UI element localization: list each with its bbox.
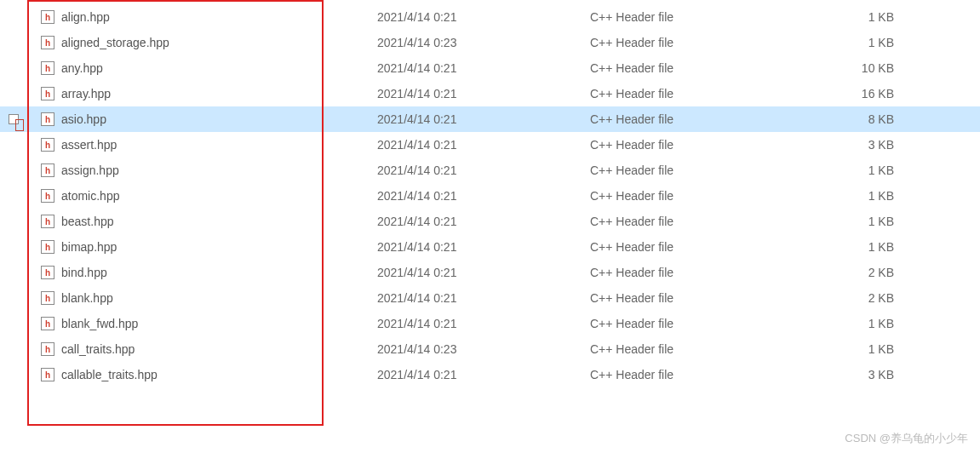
file-name: callable_traits.hpp — [61, 368, 158, 381]
file-size: 16 KB — [807, 87, 901, 100]
file-name: call_traits.hpp — [61, 342, 135, 356]
file-date: 2021/4/14 0:21 — [377, 215, 590, 228]
file-type: C++ Header file — [590, 291, 807, 305]
file-name: any.hpp — [61, 61, 103, 75]
file-row[interactable]: hblank.hpp2021/4/14 0:21C++ Header file2… — [0, 285, 980, 311]
header-file-icon: h — [41, 317, 54, 330]
file-name-cell[interactable]: hcall_traits.hpp — [41, 342, 377, 356]
file-row[interactable]: haligned_storage.hpp2021/4/14 0:23C++ He… — [0, 30, 980, 55]
file-row[interactable]: hany.hpp2021/4/14 0:21C++ Header file10 … — [0, 55, 980, 81]
file-date: 2021/4/14 0:21 — [377, 138, 590, 152]
file-row[interactable]: hbind.hpp2021/4/14 0:21C++ Header file2 … — [0, 260, 980, 285]
file-name-cell[interactable]: hasio.hpp — [41, 112, 377, 126]
file-size: 10 KB — [807, 61, 901, 75]
file-name: blank.hpp — [61, 291, 113, 305]
file-size: 1 KB — [807, 342, 901, 356]
file-name: array.hpp — [61, 87, 111, 100]
file-type: C++ Header file — [590, 87, 807, 100]
file-name: align.hpp — [61, 10, 110, 24]
file-name-cell[interactable]: hassign.hpp — [41, 163, 377, 177]
header-file-icon: h — [41, 189, 54, 203]
file-name: assign.hpp — [61, 163, 119, 177]
file-type: C++ Header file — [590, 266, 807, 279]
header-file-icon: h — [41, 163, 54, 177]
header-file-icon: h — [41, 215, 54, 228]
file-name-cell[interactable]: hblank.hpp — [41, 291, 377, 305]
header-file-icon: h — [41, 36, 54, 49]
file-name-cell[interactable]: hbeast.hpp — [41, 215, 377, 228]
header-file-icon: h — [41, 138, 54, 152]
file-date: 2021/4/14 0:21 — [377, 112, 590, 126]
file-type: C++ Header file — [590, 138, 807, 152]
file-row[interactable]: hbeast.hpp2021/4/14 0:21C++ Header file1… — [0, 209, 980, 234]
file-type: C++ Header file — [590, 112, 807, 126]
file-date: 2021/4/14 0:21 — [377, 317, 590, 330]
file-name-cell[interactable]: harray.hpp — [41, 87, 377, 100]
file-name: bimap.hpp — [61, 240, 117, 254]
file-type: C++ Header file — [590, 240, 807, 254]
file-row[interactable]: hcallable_traits.hpp2021/4/14 0:21C++ He… — [0, 362, 980, 387]
header-file-icon: h — [41, 87, 54, 100]
header-file-icon: h — [41, 240, 54, 254]
file-name-cell[interactable]: hbind.hpp — [41, 266, 377, 279]
file-date: 2021/4/14 0:21 — [377, 10, 590, 24]
file-date: 2021/4/14 0:21 — [377, 240, 590, 254]
file-name: aligned_storage.hpp — [61, 36, 169, 49]
header-file-icon: h — [41, 112, 54, 126]
file-type: C++ Header file — [590, 342, 807, 356]
file-size: 1 KB — [807, 317, 901, 330]
file-name: asio.hpp — [61, 112, 106, 126]
file-date: 2021/4/14 0:23 — [377, 342, 590, 356]
file-name: beast.hpp — [61, 215, 114, 228]
file-row[interactable]: halign.hpp2021/4/14 0:21C++ Header file1… — [0, 4, 980, 30]
header-file-icon: h — [41, 61, 54, 75]
file-size: 3 KB — [807, 368, 901, 381]
checkbox-area — [0, 114, 19, 124]
file-type: C++ Header file — [590, 163, 807, 177]
header-file-icon: h — [41, 342, 54, 356]
file-size: 1 KB — [807, 10, 901, 24]
file-row[interactable]: hassert.hpp2021/4/14 0:21C++ Header file… — [0, 132, 980, 158]
file-name: atomic.hpp — [61, 189, 119, 203]
file-row[interactable]: hasio.hpp2021/4/14 0:21C++ Header file8 … — [0, 106, 980, 132]
header-file-icon: h — [41, 291, 54, 305]
file-name-cell[interactable]: haligned_storage.hpp — [41, 36, 377, 49]
file-list: halign.hpp2021/4/14 0:21C++ Header file1… — [0, 0, 980, 387]
watermark-text: CSDN @养乌龟的小少年 — [845, 431, 968, 446]
file-name-cell[interactable]: hbimap.hpp — [41, 240, 377, 254]
file-name-cell[interactable]: hblank_fwd.hpp — [41, 317, 377, 330]
file-row[interactable]: hbimap.hpp2021/4/14 0:21C++ Header file1… — [0, 234, 980, 260]
file-name-cell[interactable]: hany.hpp — [41, 61, 377, 75]
header-file-icon: h — [41, 266, 54, 279]
file-size: 8 KB — [807, 112, 901, 126]
file-date: 2021/4/14 0:21 — [377, 266, 590, 279]
file-name-cell[interactable]: hassert.hpp — [41, 138, 377, 152]
file-row[interactable]: hassign.hpp2021/4/14 0:21C++ Header file… — [0, 158, 980, 183]
checkbox[interactable] — [9, 114, 19, 124]
file-name: assert.hpp — [61, 138, 117, 152]
file-type: C++ Header file — [590, 36, 807, 49]
file-date: 2021/4/14 0:21 — [377, 189, 590, 203]
file-date: 2021/4/14 0:21 — [377, 163, 590, 177]
file-row[interactable]: harray.hpp2021/4/14 0:21C++ Header file1… — [0, 81, 980, 106]
file-size: 3 KB — [807, 138, 901, 152]
file-name: bind.hpp — [61, 266, 107, 279]
file-name-cell[interactable]: halign.hpp — [41, 10, 377, 24]
file-row[interactable]: hblank_fwd.hpp2021/4/14 0:21C++ Header f… — [0, 311, 980, 336]
file-size: 2 KB — [807, 291, 901, 305]
file-size: 1 KB — [807, 163, 901, 177]
file-date: 2021/4/14 0:21 — [377, 61, 590, 75]
file-type: C++ Header file — [590, 317, 807, 330]
file-name-cell[interactable]: hcallable_traits.hpp — [41, 368, 377, 381]
file-size: 1 KB — [807, 240, 901, 254]
file-type: C++ Header file — [590, 61, 807, 75]
file-type: C++ Header file — [590, 189, 807, 203]
file-name-cell[interactable]: hatomic.hpp — [41, 189, 377, 203]
file-size: 2 KB — [807, 266, 901, 279]
file-date: 2021/4/14 0:21 — [377, 87, 590, 100]
file-row[interactable]: hatomic.hpp2021/4/14 0:21C++ Header file… — [0, 183, 980, 209]
file-row[interactable]: hcall_traits.hpp2021/4/14 0:23C++ Header… — [0, 336, 980, 362]
file-date: 2021/4/14 0:21 — [377, 291, 590, 305]
file-date: 2021/4/14 0:23 — [377, 36, 590, 49]
file-type: C++ Header file — [590, 215, 807, 228]
